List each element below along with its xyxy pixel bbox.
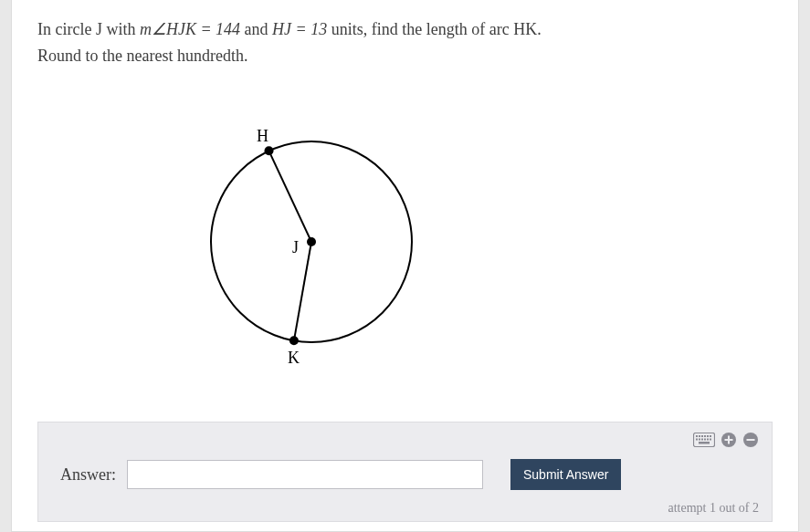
question-text: In circle J with m∠HJK = 144 and HJ = 13… <box>37 16 773 69</box>
plus-icon[interactable] <box>721 432 737 448</box>
svg-rect-3 <box>701 435 703 437</box>
radius-jk <box>294 242 311 340</box>
svg-rect-2 <box>699 435 700 437</box>
svg-rect-13 <box>699 442 710 444</box>
point-h <box>265 146 274 155</box>
svg-rect-11 <box>707 439 709 441</box>
q-line2: Round to the nearest hundredth. <box>37 47 247 65</box>
answer-label: Answer: <box>60 465 116 485</box>
answer-row: Answer: Submit Answer <box>51 455 759 497</box>
svg-rect-18 <box>747 439 755 441</box>
label-k: K <box>288 349 300 367</box>
svg-rect-12 <box>710 439 711 441</box>
radius-jh <box>269 151 312 242</box>
q-angle: m∠HJK = 144 <box>140 20 240 38</box>
svg-rect-6 <box>710 435 711 437</box>
circle-diagram: H J K <box>193 114 430 370</box>
minus-icon[interactable] <box>742 432 759 448</box>
answer-input[interactable] <box>127 460 483 489</box>
svg-rect-7 <box>696 439 698 441</box>
svg-rect-16 <box>725 439 733 441</box>
answer-panel: Answer: Submit Answer attempt 1 out of 2 <box>37 422 773 522</box>
svg-rect-4 <box>704 435 706 437</box>
submit-answer-button[interactable]: Submit Answer <box>510 459 621 490</box>
figure-area: H J K <box>37 69 773 414</box>
attempt-counter: attempt 1 out of 2 <box>51 497 759 516</box>
q-mid: and <box>245 20 273 38</box>
q-units: units, find the length of arc HK. <box>331 20 542 38</box>
svg-rect-1 <box>696 435 698 437</box>
svg-rect-8 <box>699 439 700 441</box>
problem-card: In circle J with m∠HJK = 144 and HJ = 13… <box>11 0 799 532</box>
label-h: H <box>257 127 268 145</box>
answer-toolbar <box>51 432 759 448</box>
keyboard-icon[interactable] <box>693 433 715 447</box>
label-j: J <box>292 238 299 256</box>
svg-rect-10 <box>704 439 706 441</box>
point-k <box>289 336 299 345</box>
q-prefix: In circle J with <box>37 20 140 38</box>
svg-rect-9 <box>701 439 703 441</box>
q-radius: HJ = 13 <box>272 20 327 38</box>
svg-rect-5 <box>707 435 709 437</box>
